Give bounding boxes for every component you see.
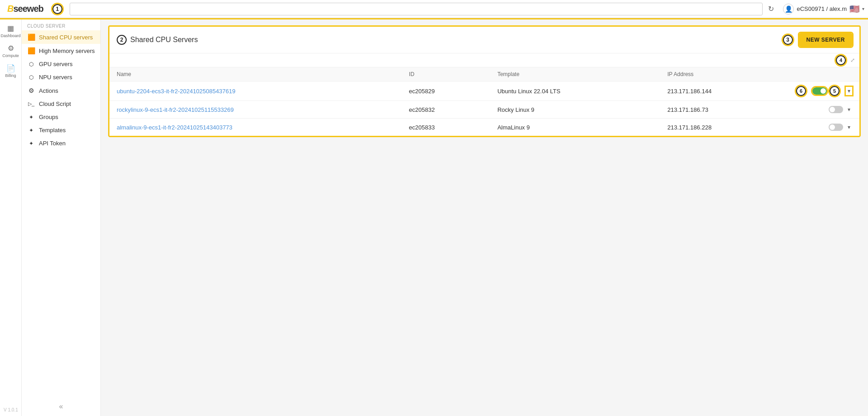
shared-cpu-icon: 🟧 [27,33,35,41]
gpu-icon: ⬡ [27,61,35,67]
dashboard-icon: ▦ [7,24,14,33]
server-name-link[interactable]: almalinux-9-ecs1-it-fr2-2024102514340377… [117,124,232,131]
row-action-area: ▾ [796,105,852,114]
nav-item-actions-label: Actions [39,87,58,94]
badge-5: 5 [830,86,840,96]
server-toggle[interactable] [829,106,843,113]
groups-icon: ✦ [27,114,35,120]
main-layout: ▦ Dashboard ⚙ Compute 📄 Billing CLOUD SE… [0,18,868,416]
badge-1: 1 [52,4,62,14]
table-row: rockylinux-9-ecs1-it-fr2-202410251155332… [109,101,859,119]
server-id-cell: ec205832 [402,101,490,119]
server-name-cell: rockylinux-9-ecs1-it-fr2-202410251155332… [109,101,402,119]
nav-item-api-token-label: API Token [39,140,66,147]
sidebar-item-billing[interactable]: 📄 Billing [2,62,20,80]
nav-item-actions[interactable]: ⚙ Actions [22,84,100,97]
billing-label: Billing [5,73,16,78]
topbar: Bseeweb 1 ↻ 👤 eCS00971 / alex.m 🇺🇸 ▾ [0,0,868,18]
card-header: 2 Shared CPU Servers 3 NEW SERVER [109,27,859,53]
compute-label: Compute [2,53,19,58]
billing-icon: 📄 [6,64,15,72]
server-template-cell: Ubuntu Linux 22.04 LTS [490,81,660,101]
nav-item-high-memory-label: High Memory servers [39,48,95,54]
user-dropdown-arrow: ▾ [862,6,864,11]
server-action-cell: 65▾ [789,81,859,101]
server-name-link[interactable]: rockylinux-9-ecs1-it-fr2-202410251155332… [117,106,234,113]
server-ip-cell: 213.171.186.144 [660,81,789,101]
badge-4: 4 [836,55,846,65]
templates-icon: ✦ [27,127,35,134]
badge-6: 6 [796,86,806,96]
search-input[interactable] [70,3,763,15]
new-server-button[interactable]: NEW SERVER [799,33,852,47]
server-toggle[interactable] [812,87,827,95]
npu-icon: ⬡ [27,74,35,81]
card-title-area: 2 Shared CPU Servers [117,35,198,45]
nav-item-cloud-script-label: Cloud Script [39,100,71,107]
nav-item-high-memory[interactable]: 🟧 High Memory servers [22,44,100,57]
row-action-area: ▾ [796,123,852,131]
sidebar-item-dashboard[interactable]: ▦ Dashboard [2,22,20,40]
col-actions [789,67,859,81]
nav-item-templates-label: Templates [39,127,66,134]
nav-item-templates[interactable]: ✦ Templates [22,124,100,137]
sidebar-item-compute[interactable]: ⚙ Compute [2,42,20,60]
server-action-cell: ▾ [789,119,859,136]
icon-sidebar: ▦ Dashboard ⚙ Compute 📄 Billing [0,18,22,416]
logo: Bseeweb [4,4,47,14]
high-memory-icon: 🟧 [27,47,35,54]
col-ip: IP Address [660,67,789,81]
user-name: eCS00971 / alex.m [797,5,847,12]
server-action-cell: ▾ [789,101,859,119]
nav-sidebar: CLOUD SERVER 🟧 Shared CPU servers 🟧 High… [22,18,101,416]
nav-item-shared-cpu[interactable]: 🟧 Shared CPU servers [22,30,100,44]
flag-icon: 🇺🇸 [849,4,859,14]
header-actions: 3 NEW SERVER [783,33,852,47]
content-card: 2 Shared CPU Servers 3 NEW SERVER 4 ⤢ Na… [108,25,861,137]
col-name: Name [109,67,402,81]
server-name-cell: almalinux-9-ecs1-it-fr2-2024102514340377… [109,119,402,136]
user-icon: 👤 [783,4,794,14]
compute-icon: ⚙ [8,44,14,53]
nav-item-gpu[interactable]: ⬡ GPU servers [22,57,100,71]
row-chevron-button[interactable]: ▾ [846,123,852,131]
nav-item-groups-label: Groups [39,114,58,120]
nav-item-npu[interactable]: ⬡ NPU servers [22,71,100,84]
row-chevron-button[interactable]: ▾ [846,87,852,95]
server-id-cell: ec205833 [402,119,490,136]
col-id: ID [402,67,490,81]
version-label: V 1.0.1 [4,407,18,412]
page-title: Shared CPU Servers [130,36,198,44]
nav-item-api-token[interactable]: ✦ API Token [22,137,100,150]
server-template-cell: Rocky Linux 9 [490,101,660,119]
nav-item-gpu-label: GPU servers [39,61,72,67]
user-area[interactable]: 👤 eCS00971 / alex.m 🇺🇸 ▾ [783,4,864,14]
col-template: Template [490,67,660,81]
row-chevron-button[interactable]: ▾ [846,105,852,114]
cloud-script-icon: ▷_ [27,101,35,107]
server-id-cell: ec205829 [402,81,490,101]
badge-2: 2 [117,35,127,45]
row-action-area: 65▾ [796,86,852,96]
expand-button[interactable]: ⤢ [849,56,856,64]
api-token-icon: ✦ [27,140,35,147]
server-table: Name ID Template IP Address ubuntu-2204-… [109,67,859,136]
server-name-cell: ubuntu-2204-ecs3-it-fr2-2024102508543761… [109,81,402,101]
main-content: 2 Shared CPU Servers 3 NEW SERVER 4 ⤢ Na… [101,18,868,416]
nav-item-npu-label: NPU servers [39,74,72,81]
server-name-link[interactable]: ubuntu-2204-ecs3-it-fr2-2024102508543761… [117,88,235,95]
server-template-cell: AlmaLinux 9 [490,119,660,136]
badge-3: 3 [783,35,793,45]
server-ip-cell: 213.171.186.228 [660,119,789,136]
nav-item-cloud-script[interactable]: ▷_ Cloud Script [22,97,100,110]
nav-section-label: CLOUD SERVER [22,20,100,30]
dashboard-label: Dashboard [0,33,20,38]
sidebar-collapse-button[interactable]: « [22,397,100,416]
table-row: ubuntu-2204-ecs3-it-fr2-2024102508543761… [109,81,859,101]
table-top-area: 4 ⤢ [109,53,859,67]
server-toggle[interactable] [829,124,843,131]
actions-icon: ⚙ [27,87,35,94]
refresh-button[interactable]: ↻ [766,3,776,15]
nav-item-groups[interactable]: ✦ Groups [22,110,100,124]
nav-item-shared-cpu-label: Shared CPU servers [39,34,93,41]
